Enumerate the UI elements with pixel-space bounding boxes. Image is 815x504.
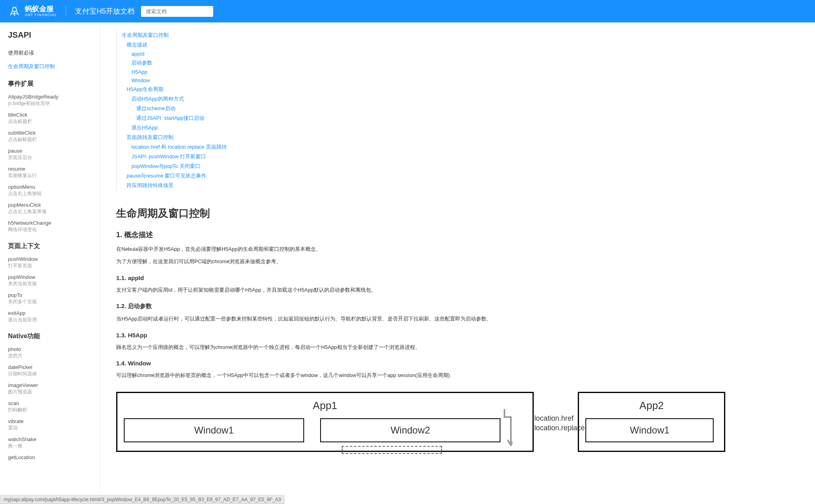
location-labels: location.href location.replace <box>534 414 585 433</box>
sidebar-api-name: resume <box>8 166 92 172</box>
toc-item[interactable]: H5App生命周期 <box>117 85 725 94</box>
sidebar-api-item[interactable]: subtitleClick点击副标题栏 <box>0 127 100 145</box>
sidebar-api-item[interactable]: popTo关闭多个页面 <box>0 290 100 308</box>
location-href-label: location.href <box>534 414 585 423</box>
toc-item[interactable]: appId <box>117 50 725 58</box>
toc-item[interactable]: JSAPI: pushWindow 打开新窗口 <box>117 152 725 161</box>
arrow-down-icon <box>503 409 512 449</box>
sidebar-api-name: getLocation <box>8 454 92 460</box>
toc-item[interactable]: 通过scheme启动 <box>117 104 725 113</box>
subsection-heading: 1.2. 启动参数 <box>116 302 725 310</box>
sidebar-section-title: 事件扩展 <box>0 73 100 91</box>
sidebar-api-item[interactable]: titleClick点击标题栏 <box>0 109 100 127</box>
sidebar-api-name: watchShake <box>8 436 92 442</box>
sidebar-item[interactable]: 使用前必读 <box>0 46 100 60</box>
sidebar-api-name: datePicker <box>8 364 92 370</box>
sidebar-api-name: pushWindow <box>8 256 92 262</box>
sidebar-api-name: optionMenu <box>8 184 92 190</box>
sidebar-api-item[interactable]: getLocation <box>0 452 100 463</box>
toc-item[interactable]: 启动H5App的两种方式 <box>117 94 725 104</box>
sidebar-api-item[interactable]: pause页面压后台 <box>0 145 100 163</box>
sidebar-api-desc: 关闭多个页面 <box>8 298 92 305</box>
app2-box: App2 Window1 <box>578 392 725 452</box>
toc-item[interactable]: 退出H5App <box>117 123 725 133</box>
app2-window1-box: Window1 <box>585 418 714 442</box>
app2-title: App2 <box>585 399 718 412</box>
doc-title: 支付宝H5开放文档 <box>75 6 135 16</box>
sidebar-api-item[interactable]: h5NetworkChange网络环境变化 <box>0 218 100 236</box>
sidebar: JSAPI 使用前必读生命周期及窗口控制 事件扩展AlipayJSBridgeR… <box>0 22 100 504</box>
sidebar-api-item[interactable]: vibrate震动 <box>0 416 100 434</box>
sidebar-api-item[interactable]: exitApp退出当前应用 <box>0 308 100 326</box>
toc-item[interactable]: Window <box>117 76 725 85</box>
toc-item[interactable]: 通过JSAPI: startApp接口启动 <box>117 113 725 123</box>
browser-status-bar: myjsapi.alipay.com/jsapi/h5app-lifecycle… <box>0 495 284 504</box>
sidebar-api-item[interactable]: AlipayJSBridgeReadyjs bridge初始化完毕 <box>0 91 100 109</box>
sidebar-api-item[interactable]: photo选照片 <box>0 344 100 362</box>
sidebar-api-item[interactable]: pushWindow打开新页面 <box>0 254 100 272</box>
sidebar-api-desc: 扫码解析 <box>8 407 92 413</box>
toc-item[interactable]: 生命周期及窗口控制 <box>117 30 725 40</box>
toc-item[interactable]: 跨应用跳转特殊场景 <box>117 181 725 190</box>
location-replace-label: location.replace <box>534 423 585 433</box>
sidebar-api-name: photo <box>8 346 92 352</box>
svg-point-2 <box>15 7 16 8</box>
sidebar-api-item[interactable]: popMenuClick点击右上角菜单项 <box>0 200 100 218</box>
toc-item[interactable]: pause与resume 窗口可见状态事件 <box>117 171 725 181</box>
sidebar-api-item[interactable]: watchShake摇一摇 <box>0 434 100 452</box>
sidebar-item[interactable]: 生命周期及窗口控制 <box>0 60 100 73</box>
sidebar-api-desc: 退出当前应用 <box>8 317 92 323</box>
svg-point-0 <box>12 8 16 12</box>
sidebar-api-desc: 选照片 <box>8 353 92 359</box>
sidebar-api-desc: 震动 <box>8 425 92 431</box>
sidebar-api-name: popMenuClick <box>8 202 92 208</box>
sidebar-api-name: popTo <box>8 292 92 298</box>
top-header: 蚂蚁金服 ANT FINANCIAL 支付宝H5开放文档 <box>0 0 815 22</box>
sidebar-api-name: titleClick <box>8 112 92 118</box>
sidebar-api-item[interactable]: imageViewer图片预览器 <box>0 380 100 398</box>
sidebar-api-item[interactable]: popWindow关闭当前页面 <box>0 272 100 290</box>
sidebar-api-item[interactable]: optionMenu点击右上角按钮 <box>0 181 100 200</box>
sidebar-api-name: subtitleClick <box>8 130 92 136</box>
sidebar-api-name: h5NetworkChange <box>8 220 92 226</box>
sidebar-api-desc: 点击标题栏 <box>8 118 92 125</box>
sidebar-api-name: vibrate <box>8 418 92 424</box>
toc-item[interactable]: popWindow与popTo 关闭窗口 <box>117 161 725 171</box>
table-of-contents: 生命周期及窗口控制概念描述appId启动参数H5AppWindowH5App生命… <box>116 30 725 190</box>
logo-main-text: 蚂蚁金服 <box>25 5 57 13</box>
window2-box: Window2 <box>320 418 500 442</box>
sidebar-api-item[interactable]: scan扫码解析 <box>0 398 100 416</box>
page-title: 生命周期及窗口控制 <box>116 206 725 220</box>
sidebar-api-item[interactable]: datePicker日期时间选择 <box>0 362 100 380</box>
logo-sub-text: ANT FINANCIAL <box>25 13 57 17</box>
toc-item[interactable]: 概念描述 <box>117 40 725 50</box>
toc-item[interactable]: 启动参数 <box>117 58 725 68</box>
sidebar-api-desc: 点击右上角按钮 <box>8 190 92 197</box>
subsection-heading: 1.1. appId <box>116 274 725 281</box>
sidebar-api-name: exitApp <box>8 310 92 316</box>
sidebar-api-desc: 打开新页面 <box>8 262 92 269</box>
toc-item[interactable]: location.href 和 location.replace 页面跳转 <box>117 142 725 152</box>
paragraph: 为了方便理解，在这里我们可以用PC端的chrome浏览器来做概念参考。 <box>116 257 725 266</box>
window1-box: Window1 <box>124 418 304 442</box>
ant-logo-icon <box>8 5 21 18</box>
sidebar-api-name: imageViewer <box>8 382 92 388</box>
sidebar-section-title: 页面上下文 <box>0 236 100 254</box>
dashed-box <box>342 446 442 454</box>
paragraph: 在Nebula容器中开发H5App，首先必须要理解H5App的生命周期和窗口控制… <box>116 244 725 254</box>
logo-section: 蚂蚁金服 ANT FINANCIAL 支付宝H5开放文档 <box>8 5 135 18</box>
toc-item[interactable]: 页面跳转及窗口控制 <box>117 133 725 142</box>
search-input[interactable] <box>141 6 213 17</box>
header-divider <box>66 6 66 16</box>
sidebar-api-desc: 页面压后台 <box>8 154 92 161</box>
toc-item[interactable]: H5App <box>117 68 725 76</box>
sidebar-api-desc: 网络环境变化 <box>8 226 92 233</box>
subsection-heading: 1.3. H5App <box>116 332 725 339</box>
main-content: 生命周期及窗口控制概念描述appId启动参数H5AppWindowH5App生命… <box>100 22 741 504</box>
sidebar-api-name: pause <box>8 148 92 154</box>
sidebar-title: JSAPI <box>0 30 100 46</box>
svg-point-1 <box>13 7 14 8</box>
paragraph: 当H5App启动时或者运行时，可以通过配置一些参数来控制某些特性，比如返回按钮的… <box>116 314 725 323</box>
sidebar-api-name: popWindow <box>8 274 92 280</box>
sidebar-api-item[interactable]: resume页面恢复运行 <box>0 163 100 181</box>
